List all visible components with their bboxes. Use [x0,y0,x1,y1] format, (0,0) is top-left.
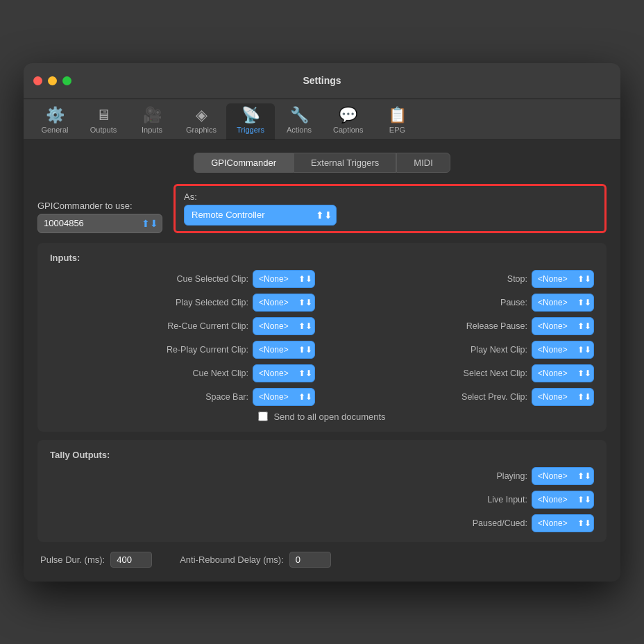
pause-label: Pause: [500,298,527,307]
input-row-replay: Re-Play Current Clip: <None> ⬆⬇ [50,341,315,359]
inputs-panel: Inputs: Cue Selected Clip: <None> ⬆⬇ Sto… [37,243,607,432]
input-row-stop: Stop: <None> ⬆⬇ [329,270,594,288]
paused-select-wrapper: <None> ⬆⬇ [532,514,594,532]
tally-row-playing: Playing: <None> ⬆⬇ [92,467,594,485]
play-selected-select[interactable]: <None> [253,294,315,312]
as-label: As: [184,192,596,202]
play-selected-label: Play Selected Clip: [176,298,248,307]
minimize-button[interactable] [48,76,57,85]
cue-next-select-wrapper: <None> ⬆⬇ [253,364,315,382]
cue-next-select[interactable]: <None> [253,364,315,382]
send-all-checkbox[interactable] [258,412,268,421]
select-next-select-wrapper: <None> ⬆⬇ [532,364,594,382]
as-select[interactable]: Remote Controller Tally Controller Custo… [184,205,337,226]
input-row-cue-selected: Cue Selected Clip: <None> ⬆⬇ [50,270,315,288]
toolbar-item-epg[interactable]: 📋 EPG [373,103,421,139]
release-pause-label: Release Pause: [466,321,527,331]
toolbar-item-captions[interactable]: 💬 Captions [323,103,373,139]
paused-select[interactable]: <None> [532,514,594,532]
spacebar-select[interactable]: <None> [253,388,315,406]
input-row-cue-next: Cue Next Clip: <None> ⬆⬇ [50,364,315,382]
toolbar: ⚙️ General 🖥 Outputs 🎥 Inputs ◈ Graphics… [24,99,620,140]
tally-grid: Playing: <None> ⬆⬇ Live Input: <None> [50,467,594,532]
release-pause-select-wrapper: <None> ⬆⬇ [532,317,594,335]
titlebar: Settings [24,63,620,99]
liveinput-select-wrapper: <None> ⬆⬇ [532,491,594,509]
release-pause-select[interactable]: <None> [532,317,594,335]
select-next-select[interactable]: <None> [532,364,594,382]
playing-select[interactable]: <None> [532,467,594,485]
tally-panel: Tally Outputs: Playing: <None> ⬆⬇ Live I… [37,440,607,542]
antirebound-label: Anti-Rebound Delay (ms): [180,554,284,565]
gpicommander-row: GPICommander to use: 10004856 ⬆⬇ As: Rem… [37,184,607,233]
toolbar-item-graphics[interactable]: ◈ Graphics [176,103,226,139]
monitor-icon: 🖥 [96,108,111,123]
subtab-external-triggers[interactable]: External Triggers [294,153,396,173]
gear-icon: ⚙️ [46,108,65,123]
send-all-label[interactable]: Send to all open documents [273,412,385,422]
input-row-select-next: Select Next Clip: <None> ⬆⬇ [329,364,594,382]
gpicommander-to-use-label: GPICommander to use: [37,201,162,211]
recue-select-wrapper: <None> ⬆⬇ [253,317,315,335]
maximize-button[interactable] [62,76,71,85]
stop-select-wrapper: <None> ⬆⬇ [532,270,594,288]
layers-icon: ◈ [196,108,207,123]
paused-label: Paused/Cued: [473,518,527,528]
toolbar-item-triggers[interactable]: 📡 Triggers [226,103,275,139]
pulse-dur-field: Pulse Dur. (ms): [40,552,152,568]
toolbar-item-outputs[interactable]: 🖥 Outputs [79,103,128,139]
bottom-row: Pulse Dur. (ms): Anti-Rebound Delay (ms)… [37,552,607,568]
tally-row-paused: Paused/Cued: <None> ⬆⬇ [92,514,594,532]
as-section: As: Remote Controller Tally Controller C… [173,184,607,233]
liveinput-select[interactable]: <None> [532,491,594,509]
settings-window: Settings ⚙️ General 🖥 Outputs 🎥 Inputs ◈… [24,63,620,582]
input-row-play-next: Play Next Clip: <None> ⬆⬇ [329,341,594,359]
close-button[interactable] [33,76,42,85]
input-row-release-pause: Release Pause: <None> ⬆⬇ [329,317,594,335]
inputs-section-label: Inputs: [50,253,594,263]
input-row-pause: Pause: <None> ⬆⬇ [329,294,594,312]
content-area: GPICommander External Triggers MIDI GPIC… [24,140,620,582]
actions-icon: 🔧 [290,108,309,123]
play-next-select-wrapper: <None> ⬆⬇ [532,341,594,359]
captions-icon: 💬 [339,108,357,123]
subtab-midi[interactable]: MIDI [396,153,450,173]
toolbar-item-general[interactable]: ⚙️ General [31,103,79,139]
window-controls [33,76,71,85]
select-prev-select-wrapper: <None> ⬆⬇ [532,388,594,406]
gpicommander-select[interactable]: 10004856 [37,214,162,233]
epg-icon: 📋 [388,108,407,123]
antirebound-input[interactable] [289,552,331,568]
input-row-select-prev: Select Prev. Clip: <None> ⬆⬇ [329,388,594,406]
pulse-dur-input[interactable] [110,552,152,568]
pause-select[interactable]: <None> [532,294,594,312]
play-next-select[interactable]: <None> [532,341,594,359]
replay-select-wrapper: <None> ⬆⬇ [253,341,315,359]
toolbar-item-actions[interactable]: 🔧 Actions [275,103,323,139]
input-row-spacebar: Space Bar: <None> ⬆⬇ [50,388,315,406]
play-next-label: Play Next Clip: [471,345,527,355]
toolbar-item-inputs[interactable]: 🎥 Inputs [128,103,176,139]
pulse-dur-label: Pulse Dur. (ms): [40,554,105,565]
replay-label: Re-Play Current Clip: [167,345,248,355]
stop-label: Stop: [507,274,527,284]
camera-icon: 🎥 [143,108,162,123]
spacebar-select-wrapper: <None> ⬆⬇ [253,388,315,406]
window-title: Settings [303,75,341,86]
subtab-bar: GPICommander External Triggers MIDI [37,153,607,173]
stop-select[interactable]: <None> [532,270,594,288]
antirebound-field: Anti-Rebound Delay (ms): [180,552,331,568]
cue-selected-select[interactable]: <None> [253,270,315,288]
subtab-gpicommander[interactable]: GPICommander [194,153,294,173]
input-row-play-selected: Play Selected Clip: <None> ⬆⬇ [50,294,315,312]
playing-select-wrapper: <None> ⬆⬇ [532,467,594,485]
tally-section-label: Tally Outputs: [50,450,594,460]
send-all-row: Send to all open documents [50,412,594,422]
recue-select[interactable]: <None> [253,317,315,335]
triggers-icon: 📡 [242,108,260,123]
as-select-wrapper: Remote Controller Tally Controller Custo… [184,205,337,226]
replay-select[interactable]: <None> [253,341,315,359]
select-prev-label: Select Prev. Clip: [461,392,527,402]
select-prev-select[interactable]: <None> [532,388,594,406]
input-row-recue: Re-Cue Current Clip: <None> ⬆⬇ [50,317,315,335]
